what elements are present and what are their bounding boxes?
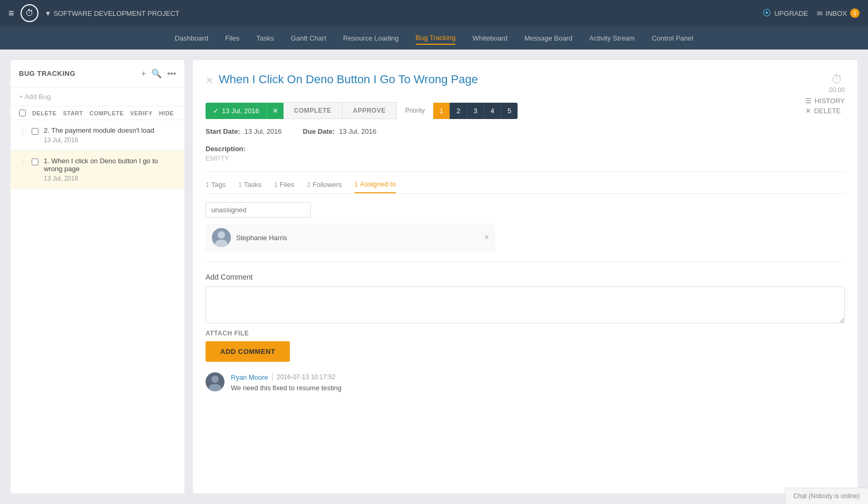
bulk-action-bar: DELETE START COMPLETE VERIFY HIDE: [11, 106, 184, 120]
due-date-item: Due Date: 13 Jul, 2016: [303, 127, 377, 135]
complete-button[interactable]: COMPLETE: [284, 102, 343, 119]
comment-textarea[interactable]: [206, 286, 845, 323]
svg-point-1: [218, 231, 225, 239]
detail-panel: ✕ When I Click On Deno Button I Go To Wr…: [193, 60, 857, 493]
history-label: HISTORY: [815, 97, 845, 105]
project-name[interactable]: ▼ SOFTWARE DEVELOPMENT PROJECT: [45, 9, 180, 17]
check-icon: ✓: [213, 107, 219, 115]
more-options-button[interactable]: •••: [167, 68, 176, 78]
bulk-start[interactable]: START: [63, 110, 83, 116]
tab-followers-count: 2: [307, 181, 310, 189]
bug-detail-title: When I Click On Deno Button I Go To Wron…: [219, 73, 824, 86]
tab-files[interactable]: 1 Files: [274, 180, 294, 193]
search-button[interactable]: 🔍: [151, 68, 162, 78]
nav-gantt-chart[interactable]: Gantt Chart: [291, 32, 326, 44]
tab-tags[interactable]: 1 Tags: [206, 180, 226, 193]
inbox-button[interactable]: ✉ INBOX 0: [817, 8, 860, 18]
upgrade-button[interactable]: ⦿ UPGRADE: [763, 8, 808, 18]
comment-author-name[interactable]: Ryan Moore: [231, 373, 268, 381]
secondary-nav: Dashboard Files Tasks Gantt Chart Resour…: [0, 26, 868, 50]
sidebar-actions: + 🔍 •••: [141, 68, 176, 78]
bug-item-date-2: 13 Jul, 2016: [44, 136, 176, 144]
bug-item-content-1: 1. When I click on Deno button I go to w…: [44, 157, 176, 182]
date-btn-label: 13 Jul, 2016: [222, 107, 259, 115]
hamburger-icon[interactable]: ≡: [8, 8, 14, 19]
assignee-avatar: [212, 228, 231, 247]
inbox-icon: ✉: [817, 9, 823, 17]
bulk-complete[interactable]: COMPLETE: [90, 110, 124, 116]
nav-activity-stream[interactable]: Activity Stream: [589, 32, 635, 44]
nav-whiteboard[interactable]: Whiteboard: [472, 32, 507, 44]
cancel-icon[interactable]: ✕: [206, 75, 213, 86]
history-icon: ☰: [805, 97, 812, 105]
priority-5[interactable]: 5: [501, 103, 518, 119]
attach-file-label: ATTACH FILE: [206, 330, 845, 337]
priority-4[interactable]: 4: [484, 103, 501, 119]
description-label: Description:: [206, 145, 246, 153]
tab-assigned-to[interactable]: 1 Assigned to: [355, 180, 396, 193]
nav-message-board[interactable]: Message Board: [524, 32, 572, 44]
timer-icon: ⏱: [831, 73, 843, 86]
start-date-item: Start Date: 13 Jul, 2016: [206, 127, 282, 135]
assignee-name: Stephanie Harris: [236, 234, 479, 242]
add-comment-section-title: Add Comment: [206, 273, 845, 281]
logo-icon: ⏱: [21, 4, 38, 22]
tab-assigned-count: 1: [355, 181, 358, 188]
tab-followers[interactable]: 2 Followers: [307, 180, 342, 193]
nav-control-panel[interactable]: Control Panel: [652, 32, 694, 44]
top-bar: ≡ ⏱ ▼ SOFTWARE DEVELOPMENT PROJECT ⦿ UPG…: [0, 0, 868, 26]
unassigned-input[interactable]: [206, 202, 311, 218]
approve-button[interactable]: APPROVE: [343, 102, 397, 119]
bug-item-date-1: 13 Jul, 2016: [44, 175, 176, 182]
drag-handle-2: ⋮: [19, 127, 26, 136]
divider: [206, 171, 845, 172]
add-comment-button[interactable]: ADD COMMENT: [206, 341, 290, 362]
tab-files-count: 1: [274, 181, 278, 189]
bug-item-content-2: 2. The payment module doesn't load 13 Ju…: [44, 126, 176, 144]
right-actions: ☰ HISTORY ✕ DELETE: [805, 97, 845, 115]
tab-files-label: Files: [280, 181, 294, 189]
bug-title-row: ✕ When I Click On Deno Button I Go To Wr…: [206, 73, 845, 94]
nav-dashboard[interactable]: Dashboard: [175, 32, 209, 44]
start-date-label: Start Date:: [206, 127, 240, 135]
bug-item-1[interactable]: ⋮ 1. When I click on Deno button I go to…: [11, 151, 184, 189]
select-all-checkbox[interactable]: [19, 110, 26, 116]
tab-tasks-count: 1: [238, 181, 242, 189]
comment-section: Add Comment ATTACH FILE ADD COMMENT Ryan…: [206, 273, 845, 392]
bulk-hide[interactable]: HIDE: [159, 110, 174, 116]
nav-bug-tracking[interactable]: Bug Tracking: [416, 32, 456, 45]
close-date-button[interactable]: ✕: [267, 103, 284, 119]
delete-button[interactable]: ✕ DELETE: [805, 107, 845, 115]
nav-tasks[interactable]: Tasks: [257, 32, 274, 44]
comment-author-row: Ryan Moore | 2016-07-13 10:17:52: [231, 372, 845, 382]
assigned-section: Stephanie Harris ×: [206, 202, 845, 251]
date-button[interactable]: ✓ 13 Jul, 2016: [206, 103, 267, 119]
nav-files[interactable]: Files: [225, 32, 239, 44]
bulk-delete[interactable]: DELETE: [32, 110, 56, 116]
tab-tasks[interactable]: 1 Tasks: [238, 180, 261, 193]
bug-checkbox-2[interactable]: [32, 128, 38, 135]
history-button[interactable]: ☰ HISTORY: [805, 97, 845, 105]
start-date-value: 13 Jul, 2016: [245, 127, 282, 135]
tab-tasks-label: Tasks: [244, 181, 261, 189]
add-bug-icon-button[interactable]: +: [141, 68, 146, 78]
due-date-value: 13 Jul, 2016: [339, 127, 376, 135]
nav-resource-loading[interactable]: Resource Loading: [343, 32, 399, 44]
project-caret: ▼: [45, 9, 52, 17]
tab-tags-label: Tags: [211, 181, 226, 189]
inbox-label: INBOX: [826, 9, 847, 17]
top-bar-right: ⦿ UPGRADE ✉ INBOX 0: [763, 8, 860, 18]
add-bug-row[interactable]: + Add Bug: [11, 87, 184, 106]
priority-3[interactable]: 3: [467, 103, 484, 119]
remove-assignee-button[interactable]: ×: [484, 233, 489, 242]
priority-2[interactable]: 2: [450, 103, 467, 119]
bug-item-2[interactable]: ⋮ 2. The payment module doesn't load 13 …: [11, 120, 184, 151]
bulk-verify[interactable]: VERIFY: [130, 110, 153, 116]
sidebar: BUG TRACKING + 🔍 ••• + Add Bug DELETE ST…: [11, 60, 184, 493]
description-section: Description: EMPTY: [206, 144, 845, 163]
priority-1[interactable]: 1: [433, 103, 450, 119]
upgrade-icon: ⦿: [763, 8, 771, 18]
delete-icon: ✕: [805, 107, 811, 115]
bug-checkbox-1[interactable]: [32, 159, 38, 165]
comment-separator: |: [271, 372, 274, 382]
